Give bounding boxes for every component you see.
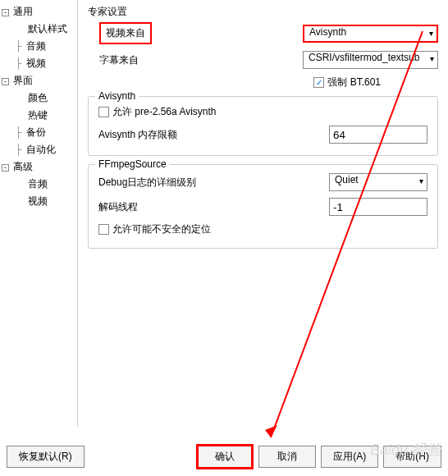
force-bt601-checkbox[interactable] xyxy=(313,77,324,88)
tree-item-default-style[interactable]: 默认样式 xyxy=(2,21,75,38)
section-title: 专家设置 xyxy=(88,5,438,19)
debug-level-select[interactable]: Quiet xyxy=(329,173,427,191)
unsafe-seek-checkbox[interactable] xyxy=(98,224,109,235)
force-bt601-label: 强制 BT.601 xyxy=(327,76,381,89)
subtitle-from-label: 字幕来自 xyxy=(99,53,218,67)
svg-marker-1 xyxy=(265,425,277,437)
video-from-label: 视频来自 xyxy=(99,22,152,44)
tree-item-video[interactable]: ├视频 xyxy=(2,55,75,72)
allow-pre256a-label: 允许 pre-2.56a Avisynth xyxy=(112,105,217,119)
tree-item-automation[interactable]: ├自动化 xyxy=(2,141,75,158)
ffmpeg-group-title: FFmpegSource xyxy=(95,158,170,170)
tree-item-backup[interactable]: ├备份 xyxy=(2,124,75,141)
tree-item-color[interactable]: 颜色 xyxy=(2,89,75,107)
tree-item-advanced[interactable]: - 高级 xyxy=(2,158,75,176)
debug-level-label: Debug日志的详细级别 xyxy=(98,176,217,190)
settings-tree: - 通用 默认样式 ├音频 ├视频 - 界面 颜色 热键 ├备份 ├自动化 - … xyxy=(0,0,78,427)
unsafe-seek-label: 允许可能不安全的定位 xyxy=(112,222,211,236)
decode-threads-input[interactable] xyxy=(329,198,427,216)
ffmpeg-group: FFmpegSource Debug日志的详细级别 Quiet 解码线程 允许可… xyxy=(88,164,438,249)
tree-item-audio[interactable]: ├音频 xyxy=(2,38,75,55)
mem-limit-input[interactable] xyxy=(329,126,427,144)
collapse-icon[interactable]: - xyxy=(2,9,9,16)
watermark: Baidu 经验 xyxy=(370,440,441,460)
tree-item-adv-video[interactable]: 视频 xyxy=(2,193,75,210)
ok-button[interactable]: 确认 xyxy=(196,444,254,469)
cancel-button[interactable]: 取消 xyxy=(258,446,316,468)
subtitle-from-select[interactable]: CSRI/vsfiltermod_textsub xyxy=(303,51,438,69)
collapse-icon[interactable]: - xyxy=(2,78,9,85)
tree-item-interface[interactable]: - 界面 xyxy=(2,72,75,89)
video-from-select[interactable]: Avisynth xyxy=(303,25,438,43)
decode-threads-label: 解码线程 xyxy=(98,200,217,214)
tree-item-adv-audio[interactable]: 音频 xyxy=(2,176,75,193)
restore-default-button[interactable]: 恢复默认(R) xyxy=(7,446,85,468)
settings-panel: 专家设置 视频来自 Avisynth 字幕来自 CSRI/vsfiltermod… xyxy=(78,0,448,427)
avisynth-group-title: Avisynth xyxy=(95,90,139,102)
allow-pre256a-checkbox[interactable] xyxy=(98,107,109,117)
tree-item-general[interactable]: - 通用 xyxy=(2,3,75,21)
mem-limit-label: Avisynth 内存限额 xyxy=(98,128,217,142)
tree-item-hotkey[interactable]: 热键 xyxy=(2,107,75,124)
collapse-icon[interactable]: - xyxy=(2,164,9,172)
avisynth-group: Avisynth 允许 pre-2.56a Avisynth Avisynth … xyxy=(88,96,438,156)
